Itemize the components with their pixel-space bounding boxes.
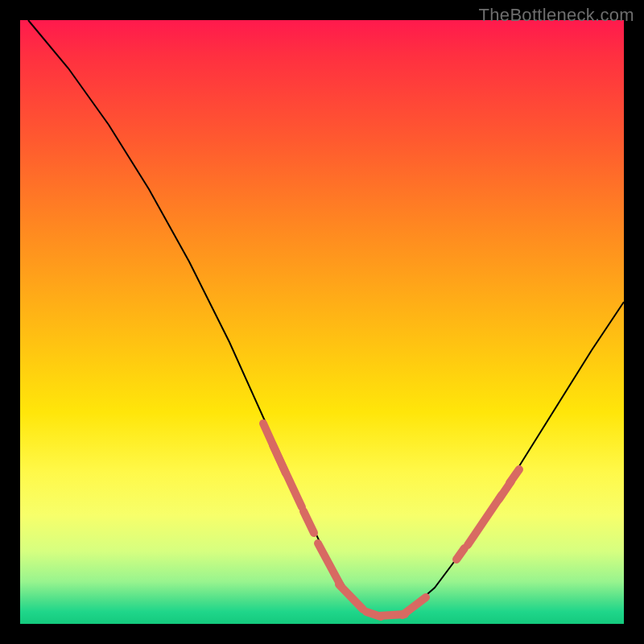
bottleneck-curve: [28, 20, 624, 616]
highlight-dash: [510, 469, 519, 483]
bottleneck-curve-svg: [20, 20, 624, 624]
chart-area: [20, 20, 624, 624]
highlight-dash: [339, 584, 363, 609]
highlight-dash: [318, 543, 341, 585]
watermark-text: TheBottleneck.com: [479, 5, 634, 26]
highlight-dash: [273, 445, 302, 507]
highlight-dash: [468, 495, 502, 545]
highlight-segments: [263, 423, 519, 617]
highlight-dash: [303, 511, 314, 533]
highlight-dash: [456, 548, 464, 559]
highlight-dash: [402, 597, 426, 615]
